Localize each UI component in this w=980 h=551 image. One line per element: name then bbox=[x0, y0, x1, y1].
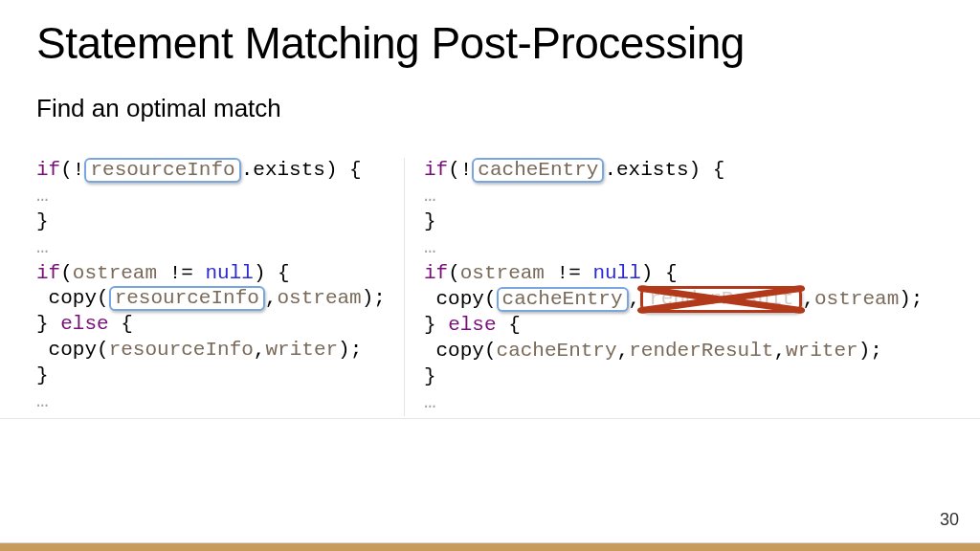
punct: } bbox=[424, 210, 436, 232]
slide-subtitle: Find an optimal match bbox=[36, 94, 944, 123]
id-resourceInfo: resourceInfo bbox=[109, 339, 254, 361]
id-ostream: ostream bbox=[460, 262, 545, 284]
ellipsis: … bbox=[36, 236, 49, 258]
column-divider bbox=[404, 158, 405, 416]
punct: ); bbox=[338, 339, 362, 361]
punct: != bbox=[545, 262, 592, 284]
boxed-var-left-2: resourceInfo bbox=[109, 286, 265, 311]
punct: . bbox=[604, 159, 616, 181]
kw-else: else bbox=[448, 314, 496, 336]
lit-null: null bbox=[205, 262, 253, 284]
punct: } bbox=[36, 313, 60, 335]
ellipsis: … bbox=[36, 390, 49, 412]
id-renderResult: renderResult bbox=[629, 340, 773, 362]
slide-title: Statement Matching Post-Processing bbox=[36, 17, 944, 69]
id-writer: writer bbox=[786, 340, 858, 362]
punct: } bbox=[424, 314, 448, 336]
boxed-var-right-1: cacheEntry bbox=[472, 158, 604, 183]
kw-if: if bbox=[424, 159, 448, 181]
punct: ( bbox=[484, 340, 497, 362]
punct: != bbox=[157, 262, 205, 284]
divider-line bbox=[0, 418, 980, 419]
punct: ); bbox=[858, 340, 882, 362]
lit-null: null bbox=[592, 262, 640, 284]
crossed-out: renderResult bbox=[640, 286, 802, 313]
ellipsis: … bbox=[424, 236, 436, 258]
code-block-left: if(!resourceInfo.exists) { … } … if(ostr… bbox=[36, 158, 386, 415]
id-ostream: ostream bbox=[73, 262, 157, 284]
punct: ( bbox=[448, 262, 460, 284]
boxed-var-left-1: resourceInfo bbox=[84, 158, 240, 183]
punct: { bbox=[497, 314, 521, 336]
id-writer: writer bbox=[265, 339, 338, 361]
punct: ( bbox=[60, 262, 73, 284]
punct: ( bbox=[97, 339, 109, 361]
code-block-right: if(!cacheEntry.exists) { … } … if(ostrea… bbox=[424, 158, 924, 416]
text: exists) { bbox=[253, 159, 361, 181]
kw-if: if bbox=[424, 262, 448, 284]
punct: ( bbox=[97, 287, 109, 309]
ellipsis: … bbox=[424, 391, 436, 413]
punct: (! bbox=[60, 159, 84, 181]
id-ostream: ostream bbox=[814, 288, 899, 310]
text: copy bbox=[424, 288, 484, 310]
code-left: if(!resourceInfo.exists) { … } … if(ostr… bbox=[36, 158, 386, 416]
punct: (! bbox=[448, 159, 472, 181]
kw-if: if bbox=[36, 262, 60, 284]
kw-else: else bbox=[60, 313, 108, 335]
id-cacheEntry: cacheEntry bbox=[497, 340, 617, 362]
footer-bar bbox=[0, 543, 980, 551]
boxed-var-right-2: cacheEntry bbox=[497, 287, 629, 312]
kw-if: if bbox=[36, 159, 60, 181]
punct: ); bbox=[362, 287, 386, 309]
punct: , bbox=[773, 340, 786, 362]
punct: ) { bbox=[641, 262, 678, 284]
text: exists) { bbox=[616, 159, 724, 181]
punct: { bbox=[109, 313, 133, 335]
slide: Statement Matching Post-Processing Find … bbox=[0, 0, 980, 551]
punct: } bbox=[36, 364, 49, 386]
punct: , bbox=[254, 339, 266, 361]
punct: . bbox=[241, 159, 254, 181]
punct: } bbox=[36, 210, 49, 232]
cross-icon bbox=[637, 283, 805, 316]
punct: , bbox=[617, 340, 630, 362]
text: copy bbox=[36, 339, 97, 361]
punct: } bbox=[424, 365, 436, 387]
punct: ); bbox=[899, 288, 923, 310]
text: copy bbox=[36, 287, 97, 309]
text: copy bbox=[424, 340, 484, 362]
code-columns: if(!resourceInfo.exists) { … } … if(ostr… bbox=[36, 158, 944, 416]
punct: , bbox=[265, 287, 278, 309]
page-number: 30 bbox=[940, 510, 959, 530]
punct: ) { bbox=[254, 262, 290, 284]
code-right: if(!cacheEntry.exists) { … } … if(ostrea… bbox=[424, 158, 924, 416]
punct: ( bbox=[484, 288, 497, 310]
id-ostream: ostream bbox=[277, 287, 361, 309]
ellipsis: … bbox=[424, 185, 436, 207]
ellipsis: … bbox=[36, 185, 49, 207]
